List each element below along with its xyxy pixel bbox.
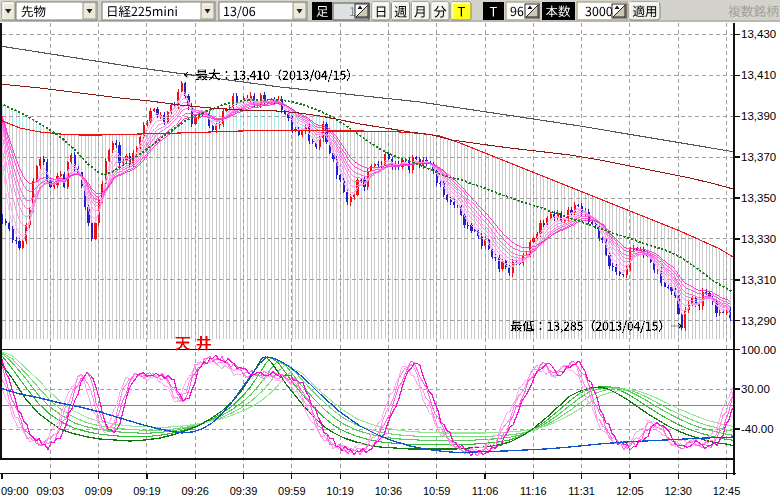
svg-text:13,390: 13,390	[741, 110, 776, 122]
svg-text:11:06: 11:06	[472, 485, 499, 497]
svg-text:13,330: 13,330	[741, 233, 776, 245]
svg-text:13,370: 13,370	[741, 151, 776, 163]
svg-text:12:05: 12:05	[616, 485, 644, 497]
svg-text:09:39: 09:39	[230, 485, 258, 497]
svg-text:09:00: 09:00	[1, 485, 29, 497]
svg-text:09:03: 09:03	[37, 485, 65, 497]
svg-text:100.00: 100.00	[741, 344, 776, 356]
svg-text:09:59: 09:59	[278, 485, 306, 497]
svg-text:10:36: 10:36	[375, 485, 403, 497]
svg-text:09:09: 09:09	[85, 485, 113, 497]
svg-text:13,290: 13,290	[741, 315, 776, 327]
svg-text:12:30: 12:30	[664, 485, 692, 497]
svg-text:10:59: 10:59	[423, 485, 451, 497]
svg-text:13,310: 13,310	[741, 274, 776, 286]
svg-text:13,430: 13,430	[741, 28, 776, 40]
svg-text:10:19: 10:19	[326, 485, 354, 497]
svg-text:09:19: 09:19	[133, 485, 161, 497]
svg-text:09:26: 09:26	[181, 485, 209, 497]
svg-text:11:31: 11:31	[568, 485, 595, 497]
svg-text:30.00: 30.00	[741, 383, 770, 395]
svg-text:11:16: 11:16	[520, 485, 547, 497]
svg-text:13,350: 13,350	[741, 192, 776, 204]
svg-text:-40.00: -40.00	[741, 423, 774, 435]
svg-text:12:45: 12:45	[713, 485, 741, 497]
svg-text:13,410: 13,410	[741, 69, 776, 81]
